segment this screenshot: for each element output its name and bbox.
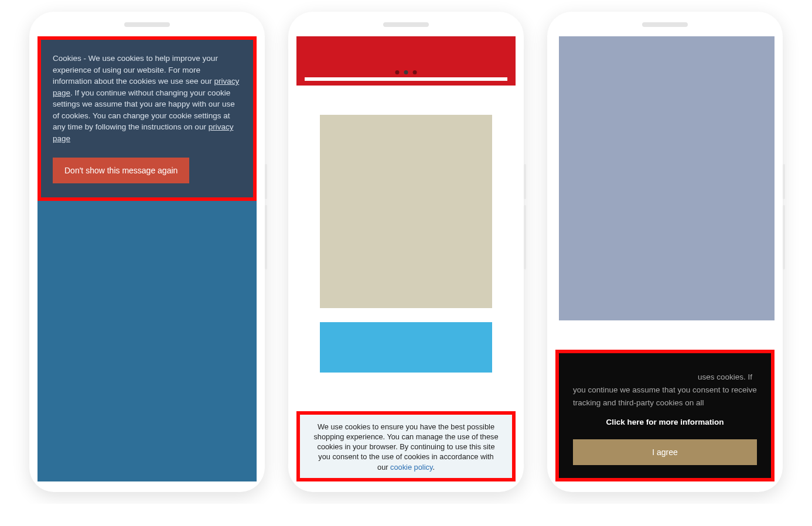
cookie-text-segment: uses cookies. If you continue we assume …	[573, 373, 757, 408]
content-block	[320, 115, 492, 308]
header-underline	[305, 77, 507, 81]
cookie-banner-bottom: xxxxxxxxxxxxxxxxxxxxxxxxxxxxxxx uses coo…	[555, 350, 775, 481]
cookie-banner-bottom: We use cookies to ensure you have the be…	[296, 411, 516, 481]
more-information-link[interactable]: Click here for more information	[573, 416, 757, 429]
dismiss-cookie-button[interactable]: Don't show this message again	[53, 158, 189, 183]
phone-screen-2: We use cookies to ensure you have the be…	[296, 36, 516, 481]
cookie-text-segment: . If you continue without changing your …	[53, 88, 235, 132]
carousel-dot-active[interactable]	[404, 70, 408, 74]
phone-speaker	[124, 22, 170, 27]
site-header	[296, 36, 516, 86]
cookie-banner-text: We use cookies to ensure you have the be…	[313, 422, 499, 472]
content-block	[320, 322, 492, 373]
phone-mockup-2: We use cookies to ensure you have the be…	[288, 12, 524, 492]
phone-screen-1: Cookies - We use cookies to help improve…	[37, 36, 257, 481]
page-content-placeholder	[559, 36, 775, 320]
phone-mockup-1: Cookies - We use cookies to help improve…	[29, 12, 265, 492]
agree-button[interactable]: I agree	[573, 439, 757, 465]
carousel-dot[interactable]	[413, 70, 417, 74]
phone-mockup-3: xxxxxxxxxxxxxxxxxxxxxxxxxxxxxxx uses coo…	[547, 12, 783, 492]
phone-speaker	[383, 22, 429, 27]
cookie-banner-text: Cookies - We use cookies to help improve…	[53, 53, 241, 145]
cookie-text-segment: .	[432, 463, 435, 472]
page-content-placeholder	[37, 201, 257, 481]
cookie-banner-top: Cookies - We use cookies to help improve…	[37, 36, 257, 201]
cookie-policy-link[interactable]: cookie policy	[390, 463, 432, 472]
carousel-dot[interactable]	[395, 70, 400, 74]
phone-screen-3: xxxxxxxxxxxxxxxxxxxxxxxxxxxxxxx uses coo…	[555, 36, 775, 481]
carousel-dots[interactable]	[395, 70, 417, 74]
page-gap	[555, 320, 775, 350]
cookie-text-segment: Cookies - We use cookies to help improve…	[53, 54, 218, 86]
phone-speaker	[642, 22, 688, 27]
